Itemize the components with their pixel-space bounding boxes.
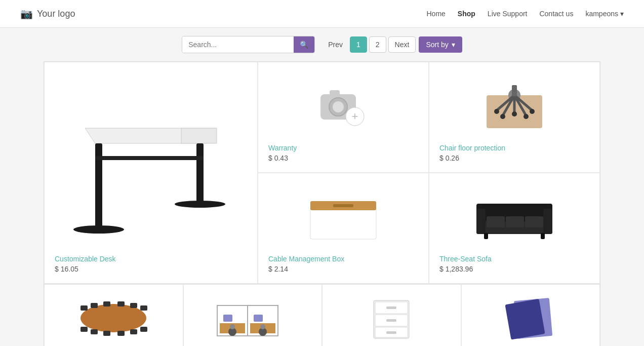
shop-container: Customizable Desk $ 16.05 + War xyxy=(33,61,611,346)
logo-icon: 📷 xyxy=(20,8,33,20)
office-cubicles-image xyxy=(192,293,314,343)
nav-live-support[interactable]: Live Support xyxy=(488,10,528,18)
user-dropdown-icon: ▾ xyxy=(620,10,624,18)
svg-rect-34 xyxy=(506,216,524,227)
svg-rect-48 xyxy=(117,331,125,336)
svg-rect-46 xyxy=(91,329,98,334)
svg-rect-33 xyxy=(487,216,505,227)
nav-shop[interactable]: Shop xyxy=(458,10,475,18)
search-button[interactable]: 🔍 xyxy=(294,36,314,53)
next-button[interactable]: Next xyxy=(388,36,416,53)
conference-table-image xyxy=(53,293,175,343)
svg-rect-26 xyxy=(310,206,376,239)
product-cell-office-cubicles xyxy=(183,284,323,346)
page-2-button[interactable]: 2 xyxy=(369,36,386,53)
chair-floor-name[interactable]: Chair floor protection xyxy=(439,144,505,152)
nav-home[interactable]: Home xyxy=(427,10,446,18)
svg-rect-6 xyxy=(95,156,204,160)
main-nav: Home Shop Live Support Contact us kampeo… xyxy=(427,10,624,18)
user-label: kampeons xyxy=(585,10,618,18)
svg-rect-44 xyxy=(140,305,147,311)
svg-text:+: + xyxy=(352,110,358,123)
prev-label: Prev xyxy=(323,37,348,52)
toolbar: 🔍 Prev 1 2 Next Sort by xyxy=(0,28,644,61)
svg-rect-63 xyxy=(386,306,396,309)
svg-point-22 xyxy=(512,111,517,117)
svg-rect-40 xyxy=(91,303,98,308)
svg-rect-41 xyxy=(103,301,110,306)
svg-rect-25 xyxy=(512,85,517,96)
product-cell-customizable-desk: Customizable Desk $ 16.05 xyxy=(44,62,258,284)
svg-rect-57 xyxy=(223,315,232,322)
pagination: Prev 1 2 Next xyxy=(323,36,416,53)
svg-rect-39 xyxy=(80,305,88,311)
svg-point-20 xyxy=(494,109,499,114)
svg-rect-69 xyxy=(505,299,545,340)
search-input[interactable] xyxy=(182,36,294,53)
svg-rect-4 xyxy=(196,143,204,204)
svg-point-38 xyxy=(80,304,146,332)
sofa-price: $ 1,283.96 xyxy=(439,265,473,273)
logo-text: Your logo xyxy=(37,9,75,19)
svg-rect-28 xyxy=(333,204,353,207)
cable-box-image xyxy=(268,183,418,249)
svg-rect-36 xyxy=(484,233,488,239)
svg-rect-8 xyxy=(330,90,340,96)
svg-rect-31 xyxy=(476,209,486,234)
svg-rect-42 xyxy=(117,301,125,306)
boards-image xyxy=(470,293,592,343)
svg-rect-58 xyxy=(254,315,263,322)
customizable-desk-price: $ 16.05 xyxy=(55,265,78,273)
cable-box-name[interactable]: Cable Management Box xyxy=(268,255,344,263)
warranty-name[interactable]: Warranty xyxy=(268,144,297,152)
logo: 📷 Your logo xyxy=(20,8,75,20)
nav-contact-us[interactable]: Contact us xyxy=(539,10,573,18)
svg-rect-49 xyxy=(130,329,137,334)
svg-rect-35 xyxy=(525,216,543,227)
svg-rect-67 xyxy=(386,331,396,334)
svg-point-59 xyxy=(230,324,235,329)
chair-floor-image xyxy=(439,72,589,138)
svg-point-10 xyxy=(333,101,344,112)
svg-rect-65 xyxy=(386,319,396,322)
product-cell-cable-box: Cable Management Box $ 2.14 xyxy=(258,173,429,284)
svg-rect-43 xyxy=(130,303,137,308)
svg-point-60 xyxy=(260,324,265,329)
sofa-image xyxy=(439,183,589,249)
svg-rect-50 xyxy=(140,327,147,332)
product-cell-filing-cabinet xyxy=(322,284,461,346)
chair-floor-price: $ 0.26 xyxy=(439,154,459,162)
svg-point-21 xyxy=(530,109,535,114)
svg-rect-37 xyxy=(541,233,545,239)
product-cell-chair-floor: Chair floor protection $ 0.26 xyxy=(429,62,600,173)
product-cell-sofa: Three-Seat Sofa $ 1,283.96 xyxy=(429,173,600,284)
desk-image xyxy=(55,72,247,255)
search-bar: 🔍 xyxy=(182,36,315,53)
svg-rect-1 xyxy=(181,128,217,143)
product-cell-boards xyxy=(461,284,600,346)
sort-by-button[interactable]: Sort by xyxy=(419,36,462,53)
warranty-image: + xyxy=(268,72,418,138)
svg-rect-32 xyxy=(543,209,552,234)
customizable-desk-name[interactable]: Customizable Desk xyxy=(55,255,116,263)
svg-rect-45 xyxy=(80,327,88,332)
svg-point-24 xyxy=(524,114,529,119)
product-cell-conference-table xyxy=(44,284,183,346)
page-1-button[interactable]: 1 xyxy=(350,36,367,53)
product-grid: Customizable Desk $ 16.05 + War xyxy=(44,61,600,284)
svg-rect-47 xyxy=(103,331,110,336)
sofa-name[interactable]: Three-Seat Sofa xyxy=(439,255,492,263)
filing-cabinet-image xyxy=(331,293,453,343)
warranty-price: $ 0.43 xyxy=(268,154,288,162)
site-header: 📷 Your logo Home Shop Live Support Conta… xyxy=(0,0,644,28)
cable-box-price: $ 2.14 xyxy=(268,265,288,273)
svg-point-23 xyxy=(500,114,505,119)
product-grid-bottom xyxy=(44,284,600,346)
svg-point-3 xyxy=(73,225,124,234)
user-menu[interactable]: kampeons ▾ xyxy=(585,10,624,18)
svg-point-5 xyxy=(175,201,225,208)
product-cell-warranty: + Warranty $ 0.43 xyxy=(258,62,429,173)
